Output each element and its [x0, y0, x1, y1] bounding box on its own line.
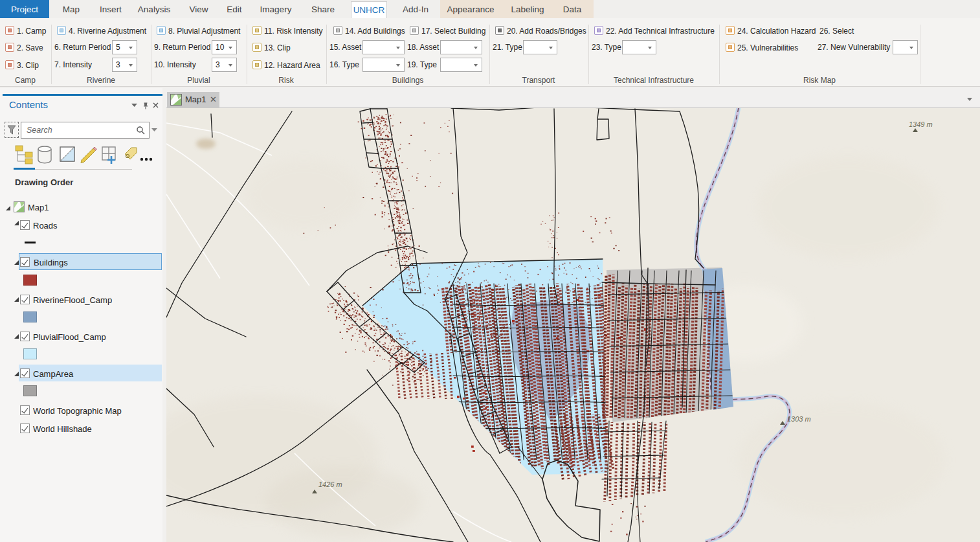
svg-text:1303 m: 1303 m: [787, 415, 811, 423]
svg-text:1426 m: 1426 m: [318, 480, 342, 488]
svg-text:1349 m: 1349 m: [909, 120, 933, 128]
